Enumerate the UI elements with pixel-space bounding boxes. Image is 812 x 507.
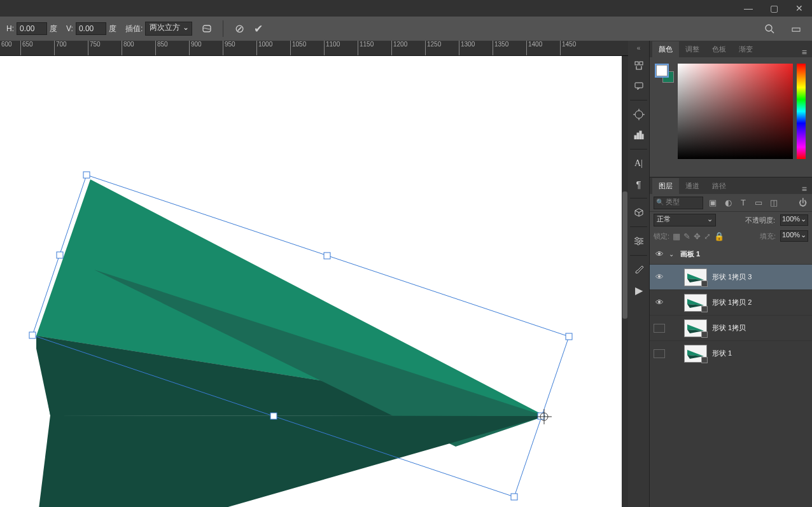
layer-thumbnail[interactable]: [684, 345, 707, 363]
collapse-chevron-icon[interactable]: «: [637, 45, 641, 52]
blend-mode-select[interactable]: 正常: [654, 214, 716, 226]
interp-label: 插值:: [125, 24, 143, 34]
divider: [223, 20, 223, 37]
tab-channels[interactable]: 通道: [679, 178, 706, 194]
canvas-area: 600 650 700 750 800 850 900 950 1000 105…: [0, 41, 628, 507]
panels-stack: 颜色 调整 色板 渐变 ≡ 图层 通道 路径 ≡ 类型 ▣: [650, 41, 812, 507]
paragraph-icon[interactable]: ¶: [630, 175, 648, 193]
3d-icon[interactable]: [630, 204, 648, 221]
canvas-scrollbar[interactable]: [622, 56, 628, 507]
filter-shape-icon[interactable]: ▭: [753, 198, 764, 207]
search-icon[interactable]: [762, 21, 777, 36]
layer-row[interactable]: 👁形状 1拷贝 3: [650, 264, 812, 289]
color-field[interactable]: [678, 64, 793, 159]
twirl-down-icon[interactable]: ⌄: [669, 251, 676, 258]
svg-point-22: [635, 111, 643, 118]
filter-toggle-icon[interactable]: ⏻: [797, 198, 808, 207]
layer-row[interactable]: 👁形状 1拷贝 2: [650, 289, 812, 315]
svg-point-30: [636, 237, 638, 240]
foreground-swatch[interactable]: [656, 65, 668, 76]
layer-row[interactable]: 形状 1拷贝: [650, 315, 812, 340]
filter-type-icon[interactable]: T: [738, 198, 749, 207]
actions-icon[interactable]: ▶: [630, 281, 648, 299]
svg-rect-13: [270, 413, 277, 419]
h-input[interactable]: [17, 22, 47, 35]
layer-name[interactable]: 形状 1: [712, 349, 732, 358]
svg-rect-24: [637, 133, 639, 139]
layer-name[interactable]: 形状 1拷贝 2: [712, 298, 752, 307]
color-panel-tabs: 颜色 调整 色板 渐变 ≡: [650, 41, 812, 57]
color-panel-menu-icon[interactable]: ≡: [797, 47, 812, 57]
lock-position-icon[interactable]: ✥: [694, 232, 701, 241]
shape-badge-icon: [701, 357, 708, 363]
svg-rect-23: [634, 135, 636, 139]
layer-row[interactable]: 形状 1: [650, 340, 812, 366]
visibility-toggle[interactable]: [654, 349, 665, 358]
v-label: V:: [66, 24, 73, 33]
filter-adjust-icon[interactable]: ◐: [722, 198, 734, 207]
visibility-toggle[interactable]: [654, 324, 665, 333]
layer-filter-select[interactable]: 类型: [654, 197, 703, 209]
share-icon[interactable]: ▭: [788, 21, 804, 36]
lock-all-icon[interactable]: 🔒: [714, 232, 724, 241]
histogram-icon[interactable]: [630, 126, 648, 144]
tab-layers[interactable]: 图层: [652, 178, 679, 194]
visibility-toggle[interactable]: 👁: [654, 249, 665, 259]
fill-label: 填充:: [760, 232, 776, 241]
interpolation-select[interactable]: 两次立方: [145, 22, 192, 36]
navigator-icon[interactable]: [630, 106, 648, 123]
svg-point-31: [640, 240, 642, 242]
tab-gradient[interactable]: 渐变: [732, 41, 759, 57]
shape-badge-icon: [701, 281, 708, 287]
visibility-toggle[interactable]: 👁: [654, 298, 665, 307]
lock-pixels-icon[interactable]: ▦: [673, 232, 680, 241]
svg-rect-9: [324, 253, 330, 259]
cancel-transform-icon[interactable]: ⊘: [232, 21, 247, 36]
layer-thumbnail[interactable]: [684, 319, 707, 337]
tab-adjust[interactable]: 调整: [679, 41, 706, 57]
tab-paths[interactable]: 路径: [706, 178, 732, 194]
maximize-button[interactable]: ▢: [761, 0, 787, 17]
svg-rect-12: [511, 494, 517, 500]
filter-smart-icon[interactable]: ◫: [768, 198, 780, 207]
minimize-button[interactable]: —: [736, 0, 761, 17]
artboard-name[interactable]: 画板 1: [680, 249, 700, 259]
layer-thumbnail[interactable]: [684, 294, 707, 312]
comment-icon[interactable]: [630, 77, 648, 95]
visibility-toggle[interactable]: 👁: [654, 272, 665, 282]
lock-paint-icon[interactable]: ✎: [683, 232, 690, 241]
layers-panel: 图层 通道 路径 ≡ 类型 ▣ ◐ T ▭ ◫ ⏻ 正常 不透明度: 100% …: [650, 177, 812, 507]
adjustments-icon[interactable]: [630, 232, 648, 250]
fg-bg-swatches[interactable]: [656, 65, 674, 83]
lock-label: 锁定:: [654, 232, 669, 241]
layers-panel-tabs: 图层 通道 路径 ≡: [650, 177, 812, 194]
ruler-horizontal[interactable]: 600 650 700 750 800 850 900 950 1000 105…: [0, 41, 628, 56]
shape-badge-icon: [701, 331, 708, 338]
svg-rect-25: [640, 131, 641, 139]
layers-panel-menu-icon[interactable]: ≡: [797, 184, 812, 194]
fill-input[interactable]: 100%: [780, 230, 808, 242]
opacity-input[interactable]: 100%: [780, 214, 808, 226]
tab-color[interactable]: 颜色: [652, 41, 679, 57]
svg-rect-8: [83, 172, 90, 178]
close-button[interactable]: ✕: [787, 0, 812, 17]
artboard-row[interactable]: 👁 ⌄ 画板 1: [650, 244, 812, 264]
tab-swatches[interactable]: 色板: [706, 41, 732, 57]
svg-point-1: [766, 25, 772, 31]
filter-image-icon[interactable]: ▣: [707, 198, 718, 207]
lock-artboard-icon[interactable]: ⤢: [704, 232, 711, 241]
hue-slider[interactable]: [797, 64, 806, 159]
warp-icon[interactable]: [199, 21, 214, 36]
layer-thumbnail[interactable]: [684, 268, 707, 286]
character-icon[interactable]: A|: [630, 155, 648, 172]
commit-transform-icon[interactable]: ✔: [251, 21, 266, 36]
layer-name[interactable]: 形状 1拷贝: [712, 323, 746, 333]
history-icon[interactable]: [630, 57, 648, 74]
brushes-icon[interactable]: [630, 261, 648, 279]
canvas[interactable]: [0, 56, 622, 507]
shape-badge-icon: [701, 306, 708, 312]
layers-list[interactable]: 👁 ⌄ 画板 1 👁形状 1拷贝 3👁形状 1拷贝 2形状 1拷贝形状 1: [650, 244, 812, 507]
v-input[interactable]: [76, 22, 106, 35]
layer-name[interactable]: 形状 1拷贝 3: [712, 272, 752, 282]
right-panel-column: « A| ¶ ▶ 颜色 调整 色板 渐变 ≡: [628, 41, 812, 507]
